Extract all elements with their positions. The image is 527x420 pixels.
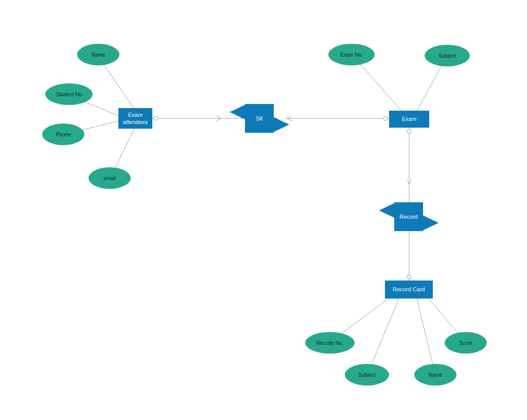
svg-line-23 (368, 299, 399, 373)
attribute-label: Score (459, 340, 472, 346)
entity-label: Record Card (393, 286, 425, 293)
attribute-score: Score (445, 332, 487, 354)
svg-line-10 (287, 118, 292, 121)
svg-line-16 (407, 179, 409, 184)
entity-record-card: Record Card (385, 281, 433, 299)
attribute-label: Phone (56, 132, 71, 137)
attribute-label: Subject (358, 372, 375, 378)
attribute-label: Exam No. (340, 52, 363, 58)
svg-point-11 (383, 116, 388, 120)
svg-point-21 (407, 275, 411, 279)
attribute-student-no: Student No (45, 83, 93, 105)
attribute-label: Recode No. (317, 340, 344, 346)
svg-point-5 (154, 116, 158, 120)
attribute-label: Name (92, 52, 106, 58)
attribute-label: Subject (438, 53, 455, 59)
svg-line-24 (417, 299, 435, 373)
attribute-label: email (103, 176, 116, 181)
attribute-recode-no: Recode No. (305, 332, 355, 354)
attribute-subject-2: Subject (345, 364, 389, 386)
relationship-record: Record (394, 202, 423, 231)
entity-label: Exam (402, 115, 416, 122)
relationship-label: Record (399, 214, 417, 220)
attribute-email: email (89, 167, 131, 189)
attribute-label: Name (429, 372, 443, 378)
attribute-label: Student No (56, 92, 82, 97)
entity-exam-attendees: Exam attendees (118, 108, 152, 129)
svg-point-15 (407, 129, 411, 133)
svg-line-9 (287, 116, 292, 118)
svg-line-7 (216, 118, 221, 121)
attribute-name-1: Name (77, 44, 119, 65)
attribute-exam-no: Exam No. (328, 44, 375, 65)
svg-line-17 (409, 179, 412, 184)
relationship-label: Sit (256, 115, 263, 121)
svg-line-6 (216, 116, 221, 118)
attribute-subject-1: Subject (425, 45, 470, 66)
entity-label: Exam attendees (123, 111, 148, 126)
relationship-sit: Sit (245, 104, 274, 133)
entity-exam: Exam (389, 111, 429, 128)
attribute-phone: Phone (42, 124, 84, 145)
attribute-name-2: Name (414, 364, 456, 386)
